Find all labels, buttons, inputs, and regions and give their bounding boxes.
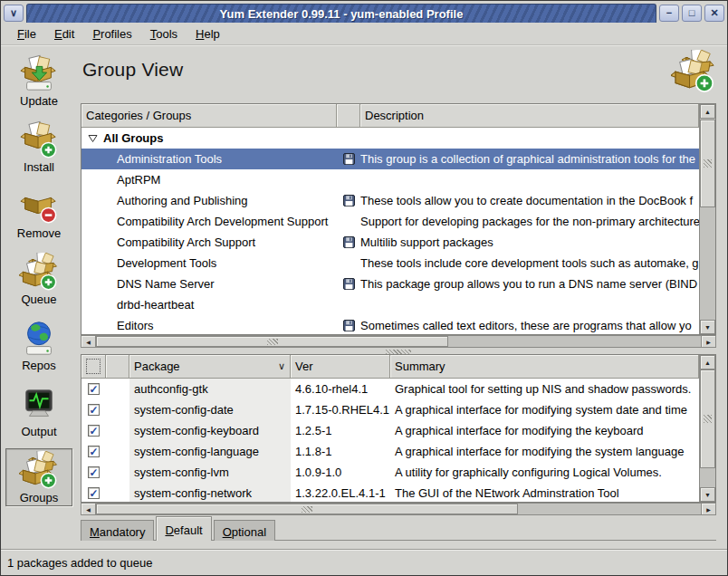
sidebar-label: Output [21,425,56,438]
scrollbar-thumb[interactable] [96,504,518,514]
group-row-dns-name-server[interactable]: DNS Name Server This package group allow… [81,274,699,294]
install-icon [19,120,59,160]
sidebar-item-update[interactable]: Update [5,52,72,110]
scroll-right-icon[interactable]: ▶ [701,336,715,347]
group-desc: These tools include core development too… [360,256,699,270]
group-row-authoring-publishing[interactable]: Authoring and Publishing These tools all… [81,190,699,211]
tab-default[interactable]: Default [156,516,211,541]
package-row-system-config-network[interactable]: ✓ system-config-network 1.3.22.0.EL.4.1-… [81,483,699,502]
menu-profiles[interactable]: Profiles [83,24,140,43]
close-button[interactable]: ✕ [704,5,724,22]
page-title: Group View [82,59,183,81]
scroll-right-icon[interactable]: ▶ [701,504,715,514]
package-row-system-config-date[interactable]: ✓ system-config-date 1.7.15-0.RHEL4.1 A … [81,399,699,420]
package-row-system-config-lvm[interactable]: ✓ system-config-lvm 1.0.9-1.0 A utility … [81,462,699,483]
check-icon: ✓ [89,405,98,416]
group-type-tabs: Mandatory Default Optional [81,516,277,541]
scroll-up-icon[interactable]: ▲ [700,104,715,119]
titlebar[interactable]: ∨ Yum Extender 0.99.11 - yum-enabled Pro… [1,1,727,24]
group-row-compat-arch-dev[interactable]: Compatibility Arch Development Support S… [81,211,699,232]
group-row-aptrpm[interactable]: AptRPM [81,169,699,190]
sidebar-label: Install [24,160,54,174]
window-menu-button[interactable]: ∨ [4,5,24,22]
minimize-button[interactable]: − [659,5,679,22]
maximize-icon: □ [689,8,695,18]
scrollbar-thumb[interactable] [700,120,715,207]
package-checkbox[interactable]: ✓ [88,487,100,499]
package-summary: The GUI of the NEtwork Adminstration Too… [390,483,699,502]
column-header-description[interactable]: Description [360,104,699,128]
maximize-button[interactable]: □ [682,5,702,22]
scrollbar-thumb[interactable] [96,336,448,347]
menu-help[interactable]: Help [187,24,229,43]
package-list-vscrollbar[interactable]: ▲ ▼ [699,355,715,502]
package-row-system-config-keyboard[interactable]: ✓ system-config-keyboard 1.2.5-1 A graph… [81,420,699,441]
package-checkbox[interactable]: ✓ [88,383,100,395]
installed-floppy-icon [343,236,355,248]
sidebar-label: Groups [20,491,59,504]
package-checkbox[interactable]: ✓ [88,404,100,416]
group-tree-hscrollbar[interactable]: ◀ ▶ [81,335,716,348]
group-name: Compatibility Arch Support [81,235,337,249]
column-header-checkbox[interactable] [81,355,106,379]
group-desc: These tools allow you to create document… [360,194,699,207]
tab-mandatory[interactable]: Mandatory [81,520,154,541]
group-row-editors[interactable]: Editors Sometimes called text editors, t… [81,315,699,334]
check-icon: ✓ [89,488,98,499]
groups-icon [19,451,59,491]
package-ver: 1.0.9-1.0 [291,462,390,483]
sidebar-item-remove[interactable]: Remove [5,184,72,242]
column-header-status[interactable] [106,355,129,379]
column-header-categories[interactable]: Categories / Groups [81,104,337,128]
sidebar-label: Remove [17,226,61,240]
group-row-development-tools[interactable]: Development Tools These tools include co… [81,253,699,274]
sidebar-item-groups[interactable]: Groups [5,448,72,506]
group-row-compat-arch-support[interactable]: Compatibility Arch Support Multilib supp… [81,232,699,253]
sidebar-item-repos[interactable]: Repos [5,316,72,374]
group-row-administration-tools[interactable]: Administration Tools This group is a col… [81,149,699,169]
package-ver: 1.1.8-1 [291,441,390,462]
status-text: 1 packages added to queue [7,556,152,570]
package-checkbox[interactable]: ✓ [88,425,100,437]
queue-icon [19,253,59,293]
scrollbar-thumb[interactable] [700,370,715,468]
scroll-down-icon[interactable]: ▼ [700,320,715,334]
sidebar-item-output[interactable]: Output [5,382,72,440]
menu-edit[interactable]: Edit [45,24,83,43]
scroll-up-icon[interactable]: ▲ [700,355,715,370]
column-header-ver[interactable]: Ver [291,355,390,379]
group-desc: This group is a collection of graphical … [360,152,699,166]
package-ver: 1.2.5-1 [291,420,390,441]
menu-file[interactable]: File [8,24,45,43]
group-name: Authoring and Publishing [81,194,337,207]
sidebar-item-queue[interactable]: Queue [5,250,72,308]
column-header-summary[interactable]: Summary [390,355,699,379]
scroll-left-icon[interactable]: ◀ [81,336,96,347]
expander-open-icon[interactable] [88,133,98,143]
sidebar-label: Repos [22,359,56,372]
group-row-all-groups[interactable]: All Groups [81,128,699,149]
tab-optional[interactable]: Optional [214,520,275,541]
package-list-hscrollbar[interactable]: ◀ ▶ [81,503,716,515]
group-desc: Support for developing packages for the … [360,215,699,228]
package-row-system-config-language[interactable]: ✓ system-config-language 1.1.8-1 A graph… [81,441,699,462]
package-name: system-config-date [129,399,291,420]
group-desc: This package group allows you to run a D… [360,277,699,291]
package-checkbox[interactable]: ✓ [88,446,100,457]
group-tree-vscrollbar[interactable]: ▲ ▼ [699,104,715,334]
sidebar-item-install[interactable]: Install [5,118,72,176]
group-name: Development Tools [81,256,337,270]
group-row-drbd-heartbeat[interactable]: drbd-heartbeat [81,294,699,315]
scroll-down-icon[interactable]: ▼ [700,487,715,502]
package-checkbox[interactable]: ✓ [88,466,100,478]
menu-tools[interactable]: Tools [141,24,187,43]
group-name: DNS Name Server [81,277,337,291]
group-name: Compatibility Arch Development Support [81,215,337,228]
column-header-group-icon[interactable] [337,104,360,128]
package-row-authconfig-gtk[interactable]: ✓ authconfig-gtk 4.6.10-rhel4.1 Graphica… [81,379,699,399]
scroll-left-icon[interactable]: ◀ [81,504,96,514]
installed-floppy-icon [343,153,355,165]
column-header-package[interactable]: Package ∨ [129,355,291,379]
check-icon: ✓ [89,467,98,478]
group-tree-pane: Categories / Groups Description All Grou… [81,103,716,335]
